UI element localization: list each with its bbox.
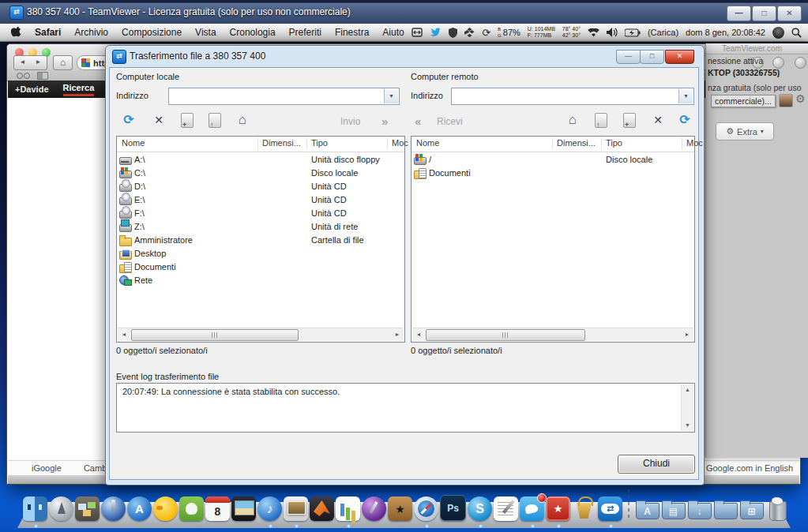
dock-folder-documents[interactable]: ▤ (661, 496, 686, 521)
column-modified[interactable]: Moc (686, 138, 703, 148)
column-name[interactable]: Nome (416, 138, 439, 148)
menu-vista[interactable]: Vista (195, 27, 216, 38)
column-name[interactable]: Nome (122, 138, 145, 148)
remote-horizontal-scrollbar[interactable]: ◄ ► (412, 328, 693, 341)
remote-up-level-button[interactable]: ↑ (593, 112, 609, 128)
temperature-stats[interactable]: 78° 40° 42° 30° (562, 26, 581, 39)
maximize-button[interactable]: □ (752, 6, 776, 21)
menu-safari[interactable]: Safari (35, 27, 61, 38)
remote-new-folder-button[interactable]: + (622, 112, 637, 128)
apple-menu-icon[interactable] (11, 27, 21, 39)
local-horizontal-scrollbar[interactable]: ◄ ► (118, 328, 404, 341)
extra-button[interactable]: ⚙ Extra ▾ (716, 122, 774, 140)
teamviewer-menu-icon[interactable] (412, 28, 423, 37)
table-row[interactable]: C:\ Disco locale (117, 167, 404, 180)
local-up-level-button[interactable]: ↑ (207, 112, 223, 128)
dock-skype[interactable]: S (468, 496, 492, 521)
dock-mission-control[interactable] (75, 496, 100, 521)
remote-home-button[interactable]: ⌂ (565, 112, 581, 128)
panel-titlebar[interactable]: TeamViewer.com (706, 43, 808, 54)
dock-boxer[interactable]: ★ (388, 496, 412, 521)
menu-clock[interactable]: dom 8 gen, 20:08:42 (686, 28, 765, 37)
combo-dropdown-icon[interactable]: ▼ (384, 89, 398, 103)
column-type[interactable]: Tipo (311, 138, 328, 148)
local-delete-button[interactable]: ✕ (151, 112, 167, 128)
close-button[interactable]: ✕ (665, 50, 694, 64)
scrollbar-thumb[interactable] (131, 329, 299, 341)
avatar[interactable] (779, 94, 793, 107)
remote-delete-button[interactable]: ✕ (650, 112, 666, 128)
close-button[interactable]: ✕ (777, 6, 802, 21)
scroll-left-icon[interactable]: ◄ (412, 328, 425, 341)
dock-purple-orb-app[interactable] (362, 496, 386, 521)
remote-refresh-button[interactable]: ⟳ (677, 112, 693, 128)
home-button[interactable]: ⌂ (53, 55, 73, 70)
send-button[interactable]: » (381, 114, 386, 128)
scrollbar-thumb[interactable] (426, 329, 585, 341)
dock-charts-app[interactable] (336, 496, 360, 521)
dock-safari[interactable] (414, 496, 438, 521)
dock-itunes[interactable]: ♪ (257, 496, 282, 521)
minimize-button[interactable]: — (727, 6, 751, 21)
column-size[interactable]: Dimensi... (557, 138, 596, 148)
user-switcher-icon[interactable] (772, 27, 784, 39)
table-row[interactable]: Z:\ Unità di rete (117, 220, 404, 234)
battery-percent[interactable]: BG 87% (498, 26, 521, 39)
dock-photoshop[interactable]: Ps (440, 495, 466, 521)
scroll-left-icon[interactable]: ◄ (118, 328, 130, 341)
column-size[interactable]: Dimensi... (262, 138, 301, 148)
dock-app-store[interactable]: A (127, 496, 152, 521)
dock-wunderlist[interactable]: ★ (546, 496, 570, 521)
dock-folder-applications[interactable]: A (635, 496, 660, 521)
event-log-scrollbar[interactable]: ▲ ▼ (681, 384, 693, 431)
table-row[interactable]: A:\ Unità disco floppy (117, 153, 404, 167)
table-row[interactable]: Documenti (117, 260, 404, 274)
dock-teamviewer[interactable]: ⇄ (598, 496, 622, 521)
panel-round-button-2[interactable] (772, 57, 784, 69)
menu-finestra[interactable]: Finestra (335, 27, 369, 38)
battery-charging-icon[interactable] (625, 28, 641, 37)
google-profile-link[interactable]: +Davide (15, 84, 49, 94)
scroll-down-icon[interactable]: ▼ (682, 420, 693, 431)
local-address-combobox[interactable]: ▼ (168, 88, 400, 105)
scroll-up-icon[interactable]: ▲ (682, 384, 693, 395)
combo-dropdown-icon[interactable]: ▼ (678, 89, 693, 103)
local-refresh-button[interactable]: ⟳ (121, 112, 137, 128)
dock-iphoto[interactable] (231, 496, 256, 521)
dock-evernote[interactable] (179, 496, 204, 521)
table-row[interactable]: D:\ Unità CD (117, 180, 404, 193)
dock-folder-downloads[interactable]: ↓ (687, 496, 712, 521)
dock-twitter[interactable] (520, 496, 544, 521)
menu-cronologia[interactable]: Cronologia (230, 27, 276, 38)
table-row[interactable]: Documenti (412, 167, 694, 180)
dock-folder-windows[interactable]: ⊞ (739, 496, 764, 521)
menu-archivio[interactable]: Archivio (74, 27, 108, 38)
google-search-link[interactable]: Ricerca (63, 83, 95, 96)
remote-address-combobox[interactable]: ▼ (451, 88, 694, 105)
dock-bucket-app[interactable] (572, 496, 596, 521)
table-row[interactable]: / Disco locale (412, 153, 694, 167)
dock-blue-orb-app[interactable] (101, 496, 126, 521)
column-modified[interactable]: Moc (392, 138, 408, 148)
dock-calendar[interactable]: 8 (205, 496, 230, 521)
dock-preview[interactable] (284, 496, 308, 521)
reading-list-icon[interactable] (17, 73, 29, 78)
local-list-header[interactable]: Nome Dimensi... Tipo Moc (117, 137, 404, 152)
dock-finder[interactable] (23, 496, 47, 521)
event-log-box[interactable]: 20:07:49: La connessione è stata stabili… (116, 383, 695, 433)
volume-icon[interactable] (607, 28, 618, 37)
dock-trash[interactable] (765, 496, 790, 521)
scroll-right-icon[interactable]: ► (681, 328, 693, 341)
receive-button[interactable]: « (415, 114, 419, 128)
dock-launchpad[interactable] (49, 496, 73, 521)
app-menu-icon[interactable] (464, 28, 475, 37)
session-titlebar[interactable]: ⇄ 380 357 400 - TeamViewer - Licenza gra… (0, 0, 808, 24)
dock-textedit[interactable] (494, 496, 518, 521)
minimize-button[interactable]: — (616, 50, 641, 64)
twitter-menu-icon[interactable] (430, 28, 442, 37)
dock-folder-generic[interactable] (713, 496, 738, 521)
wifi-icon[interactable] (588, 28, 599, 37)
table-row[interactable]: Desktop (117, 247, 404, 260)
local-file-list[interactable]: Nome Dimensi... Tipo Moc A:\ Unità disco… (116, 136, 405, 343)
scroll-right-icon[interactable]: ► (391, 328, 404, 341)
